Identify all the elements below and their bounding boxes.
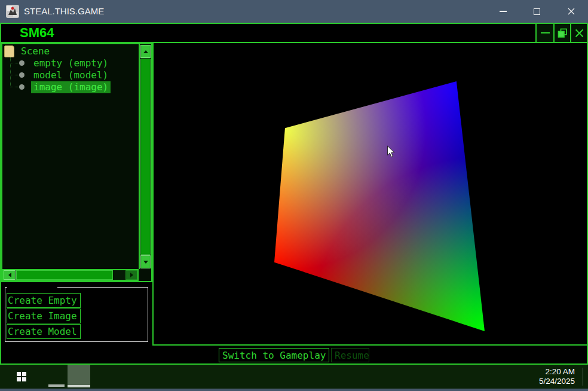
tree-connector — [10, 87, 19, 87]
close-icon[interactable] — [554, 0, 588, 23]
tree-root-label: Scene — [21, 45, 50, 57]
window-bottom-border — [0, 389, 588, 391]
scroll-right-icon[interactable] — [125, 270, 137, 280]
tree-item[interactable]: empty (empty) — [31, 57, 111, 69]
windows-start-icon[interactable] — [17, 372, 26, 381]
taskbar: 2:20 AM 5/24/2025 — [0, 365, 588, 389]
create-panel-border-gap — [7, 287, 57, 288]
minimize-icon[interactable] — [537, 24, 553, 42]
maximize-icon[interactable] — [520, 0, 554, 23]
resume-button[interactable]: Resume — [331, 348, 369, 362]
switch-to-gameplay-button[interactable]: Switch to Gameplay — [219, 348, 329, 362]
screen: STEAL.THIS.GAME SM64 — [0, 0, 588, 391]
create-model-button[interactable]: Create Model — [7, 324, 81, 339]
tree-vertical-scrollbar[interactable] — [139, 44, 151, 269]
arrow-cursor-icon — [387, 145, 396, 161]
bullet-icon — [19, 60, 24, 66]
bullet-icon — [19, 84, 24, 90]
tree-connector — [10, 57, 11, 87]
sm64-title: SM64 — [20, 25, 54, 41]
show-desktop-divider[interactable] — [583, 368, 583, 386]
taskbar-clock[interactable]: 2:20 AM 5/24/2025 — [539, 367, 575, 386]
bottom-action-bar: Switch to Gameplay Resume — [1, 346, 587, 363]
create-empty-button[interactable]: Create Empty — [7, 293, 81, 308]
scroll-up-icon[interactable] — [140, 45, 151, 58]
bullet-icon — [19, 72, 24, 78]
app-icon — [6, 5, 19, 18]
vertical-scrollbar-thumb[interactable] — [140, 59, 151, 255]
close-icon[interactable] — [570, 24, 587, 42]
tree-item[interactable]: model (model) — [31, 69, 111, 81]
sm64-window-controls — [535, 24, 587, 42]
taskbar-item[interactable] — [48, 365, 65, 389]
tree-connector — [10, 63, 19, 63]
restore-icon[interactable] — [553, 24, 570, 42]
tree-root[interactable]: Scene — [2, 45, 139, 58]
window-title: STEAL.THIS.GAME — [24, 0, 104, 23]
window-titlebar: STEAL.THIS.GAME — [0, 0, 588, 23]
taskbar-item-active[interactable] — [68, 365, 90, 385]
viewport-3d[interactable] — [152, 43, 587, 346]
folder-icon — [4, 45, 14, 57]
create-panel: Create Empty Create Image Create Model — [5, 287, 148, 342]
window-controls — [486, 0, 588, 23]
scroll-left-icon[interactable] — [4, 270, 16, 280]
scene-tree-panel: Scene empty (empty) model (model) image … — [1, 43, 152, 282]
tree-horizontal-scrollbar[interactable] — [2, 269, 139, 281]
clock-time: 2:20 AM — [539, 367, 575, 377]
create-image-button[interactable]: Create Image — [7, 308, 81, 323]
gradient-quad — [274, 81, 485, 331]
tree-item[interactable]: image (image) — [31, 81, 111, 93]
sm64-titlebar: SM64 — [1, 24, 587, 43]
clock-date: 5/24/2025 — [539, 377, 575, 386]
horizontal-scrollbar-thumb[interactable] — [16, 270, 113, 280]
sm64-window: SM64 Scene — [0, 23, 588, 365]
scroll-down-icon[interactable] — [140, 255, 151, 268]
minimize-icon[interactable] — [486, 0, 520, 23]
scene-tree: Scene empty (empty) model (model) image … — [2, 44, 139, 269]
tree-connector — [10, 75, 19, 75]
